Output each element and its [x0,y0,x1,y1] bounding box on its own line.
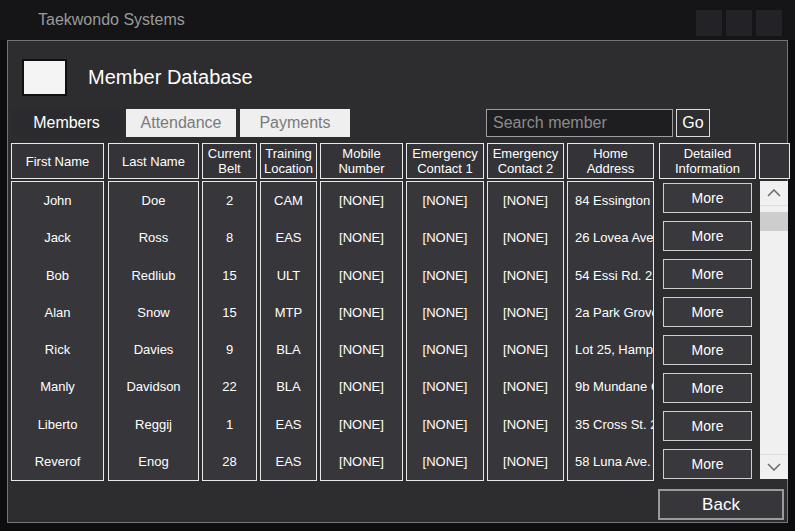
cell-first-name[interactable]: John [12,182,103,219]
cell-mobile-number[interactable]: [NONE] [321,331,402,368]
cell-emergency-contact-2[interactable]: [NONE] [488,257,563,294]
more-button[interactable]: More [663,449,752,479]
cell-current-belt[interactable]: 1 [203,406,256,443]
more-button[interactable]: More [663,297,752,327]
cell-mobile-number[interactable]: [NONE] [321,294,402,331]
cell-emergency-contact-2[interactable]: [NONE] [488,182,563,219]
cell-current-belt[interactable]: 8 [203,219,256,256]
cell-emergency-contact-2[interactable]: [NONE] [488,443,563,480]
search-input[interactable] [486,109,673,137]
header-spacer [759,143,790,179]
more-button[interactable]: More [663,335,752,365]
cell-emergency-contact-2[interactable]: [NONE] [488,406,563,443]
vertical-scrollbar[interactable] [760,181,788,479]
header-first-name: First Name [11,143,104,179]
header-home-address: Home Address [567,143,654,179]
more-button[interactable]: More [663,221,752,251]
close-button[interactable] [756,10,782,36]
more-button[interactable]: More [663,259,752,289]
more-button[interactable]: More [663,373,752,403]
cell-current-belt[interactable]: 22 [203,368,256,405]
cell-emergency-contact-1[interactable]: [NONE] [407,219,483,256]
cell-home-address[interactable]: Lot 25, Hampsh [568,331,653,368]
cell-first-name[interactable]: Liberto [12,406,103,443]
cell-emergency-contact-1[interactable]: [NONE] [407,257,483,294]
maximize-button[interactable] [726,10,752,36]
cell-last-name[interactable]: Ross [109,219,198,256]
column-first-name: JohnJackBobAlanRickManlyLibertoReverof [11,181,104,481]
cell-emergency-contact-2[interactable]: [NONE] [488,219,563,256]
back-button[interactable]: Back [658,489,784,520]
column-current-belt: 281515922128 [202,181,257,481]
cell-home-address[interactable]: 84 Essington St [568,182,653,219]
minimize-button[interactable] [696,10,722,36]
cell-emergency-contact-1[interactable]: [NONE] [407,368,483,405]
more-button[interactable]: More [663,411,752,441]
cell-first-name[interactable]: Alan [12,294,103,331]
cell-last-name[interactable]: Snow [109,294,198,331]
cell-last-name[interactable]: Enog [109,443,198,480]
scrollbar-thumb[interactable] [760,212,788,231]
cell-emergency-contact-2[interactable]: [NONE] [488,294,563,331]
cell-home-address[interactable]: 58 Luna Ave. 21 [568,443,653,480]
window-controls [696,10,782,36]
cell-first-name[interactable]: Jack [12,219,103,256]
cell-home-address[interactable]: 54 Essi Rd. 2130 [568,257,653,294]
cell-last-name[interactable]: Davidson [109,368,198,405]
header-mobile-number: Mobile Number [320,143,403,179]
cell-emergency-contact-1[interactable]: [NONE] [407,443,483,480]
tab-members[interactable]: Members [11,109,122,137]
cell-mobile-number[interactable]: [NONE] [321,443,402,480]
cell-emergency-contact-2[interactable]: [NONE] [488,368,563,405]
cell-current-belt[interactable]: 15 [203,257,256,294]
go-button[interactable]: Go [676,109,710,137]
header-last-name: Last Name [108,143,199,179]
main-panel: Member Database Members Attendance Payme… [7,40,788,523]
cell-first-name[interactable]: Rick [12,331,103,368]
cell-emergency-contact-1[interactable]: [NONE] [407,294,483,331]
cell-home-address[interactable]: 35 Cross St. 213 [568,406,653,443]
cell-mobile-number[interactable]: [NONE] [321,182,402,219]
cell-first-name[interactable]: Bob [12,257,103,294]
cell-first-name[interactable]: Manly [12,368,103,405]
cell-emergency-contact-1[interactable]: [NONE] [407,331,483,368]
column-emergency-contact-2: [NONE][NONE][NONE][NONE][NONE][NONE][NON… [487,181,564,481]
header-training-location: Training Location [260,143,317,179]
scroll-down-button[interactable] [760,454,788,479]
cell-training-location[interactable]: CAM [261,182,316,219]
header-current-belt: Current Belt [202,143,257,179]
cell-current-belt[interactable]: 2 [203,182,256,219]
cell-training-location[interactable]: EAS [261,406,316,443]
chevron-down-icon [767,463,781,471]
more-button[interactable]: More [663,183,752,213]
cell-current-belt[interactable]: 28 [203,443,256,480]
column-emergency-contact-1: [NONE][NONE][NONE][NONE][NONE][NONE][NON… [406,181,484,481]
cell-training-location[interactable]: ULT [261,257,316,294]
cell-mobile-number[interactable]: [NONE] [321,406,402,443]
cell-current-belt[interactable]: 9 [203,331,256,368]
cell-current-belt[interactable]: 15 [203,294,256,331]
cell-first-name[interactable]: Reverof [12,443,103,480]
cell-last-name[interactable]: Davies [109,331,198,368]
cell-training-location[interactable]: BLA [261,331,316,368]
cell-training-location[interactable]: BLA [261,368,316,405]
cell-last-name[interactable]: Doe [109,182,198,219]
cell-training-location[interactable]: MTP [261,294,316,331]
cell-emergency-contact-1[interactable]: [NONE] [407,406,483,443]
title-bar: Taekwondo Systems [0,0,795,40]
tab-payments[interactable]: Payments [240,109,350,137]
cell-home-address[interactable]: 2a Park Grove 2 [568,294,653,331]
cell-last-name[interactable]: Redliub [109,257,198,294]
cell-mobile-number[interactable]: [NONE] [321,219,402,256]
cell-last-name[interactable]: Reggij [109,406,198,443]
tab-attendance[interactable]: Attendance [126,109,236,137]
scroll-up-button[interactable] [760,181,788,206]
cell-home-address[interactable]: 26 Lovea Ave. 2 [568,219,653,256]
cell-mobile-number[interactable]: [NONE] [321,368,402,405]
cell-training-location[interactable]: EAS [261,443,316,480]
cell-home-address[interactable]: 9b Mundane Cr [568,368,653,405]
cell-training-location[interactable]: EAS [261,219,316,256]
cell-mobile-number[interactable]: [NONE] [321,257,402,294]
cell-emergency-contact-2[interactable]: [NONE] [488,331,563,368]
cell-emergency-contact-1[interactable]: [NONE] [407,182,483,219]
